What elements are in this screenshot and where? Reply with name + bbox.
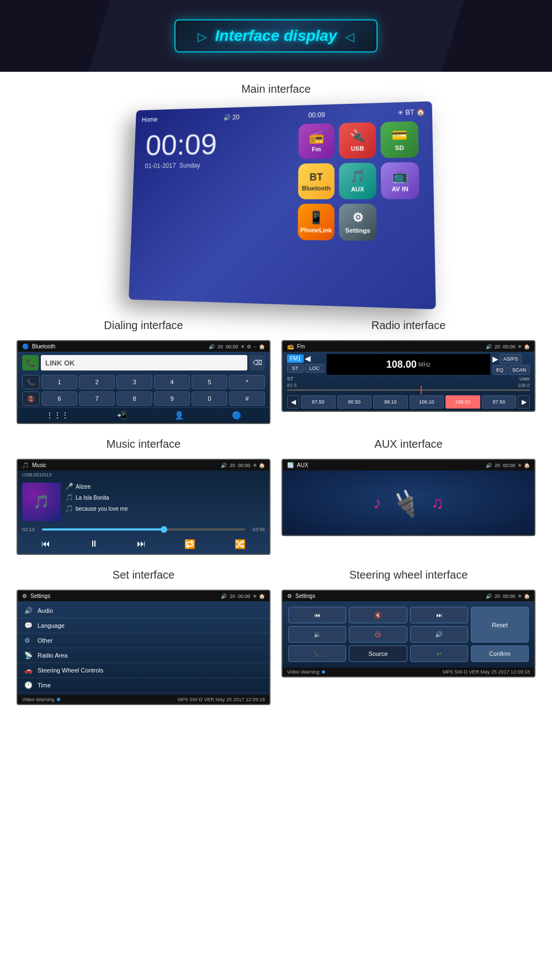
radio-preset-prev[interactable]: ◀ — [287, 395, 299, 409]
app-phonelink[interactable]: 📱 PhoneLink — [298, 204, 335, 240]
settings-other[interactable]: ⚙ Other — [18, 633, 269, 648]
radio-screen: 📻 Fm 🔊20 00:00 ✳ 🏠 FM1 ◀ — [282, 340, 535, 412]
preset-5[interactable]: 87.50 — [482, 395, 517, 409]
main-section-title: Main interface — [17, 83, 535, 96]
language-icon: 💬 — [24, 622, 33, 629]
settings-radio-area[interactable]: 📡 Radio Area — [18, 648, 269, 663]
music-prev[interactable]: ⏮ — [37, 538, 55, 550]
settings-video-warning: Video Warning — [22, 697, 60, 702]
music-play[interactable]: ⏸ — [85, 538, 103, 550]
music-track-info: USB:001/013 — [18, 470, 269, 479]
steer-hook[interactable]: ↩ — [410, 645, 468, 662]
app-sd[interactable]: 💳 SD — [380, 121, 418, 158]
preset-2[interactable]: 98.10 — [373, 395, 408, 409]
steer-power[interactable]: ⏻ — [349, 626, 407, 643]
steering-topbar: ⚙ Settings 🔊20 00:00 ✳ 🏠 — [283, 591, 534, 601]
dial-side-top[interactable]: 📞 — [22, 375, 40, 389]
app-aux[interactable]: 🎵 AUX — [339, 163, 376, 199]
music-screen: 🎵 Music 🔊20 00:00 ✳ 🏠 USB:001/013 🎵 🎤 — [17, 459, 270, 555]
radio-asps-btn[interactable]: AS/PS — [500, 354, 522, 364]
dual-row-2: Music interface 🎵 Music 🔊20 00:00 ✳ 🏠 US… — [17, 438, 535, 555]
radio-freq-row: FM1 ◀ ST LOC 108.00 MHz — [283, 352, 534, 376]
preset-4[interactable]: 108.00 — [445, 395, 480, 409]
steer-mute[interactable]: 🔇 — [349, 607, 407, 623]
dialing-block: Dialing interface 🔵 Bluetooth 🔊20 00:00 … — [17, 319, 270, 424]
settings-steering[interactable]: 🚗 Steering Wheel Controls — [18, 663, 269, 678]
dial-9[interactable]: 9 — [154, 391, 190, 406]
preset-3[interactable]: 106.10 — [410, 395, 444, 409]
dial-4[interactable]: 4 — [154, 375, 190, 389]
settings-language[interactable]: 💬 Language — [18, 618, 269, 633]
radio-preset-next[interactable]: ▶ — [518, 395, 530, 409]
radio-unit: MHz — [418, 361, 431, 368]
dial-hash[interactable]: # — [229, 391, 265, 406]
dial-menu-icon[interactable]: ⋮⋮⋮ — [46, 411, 69, 420]
dual-row-1: Dialing interface 🔵 Bluetooth 🔊20 00:00 … — [17, 319, 535, 424]
radio-prev-btn[interactable]: ◀ — [305, 354, 311, 363]
dial-bottom: ⋮⋮⋮ 📲 👤 🔵 — [18, 407, 269, 423]
radio-next-btn[interactable]: ▶ — [492, 354, 498, 363]
progress-bar[interactable] — [42, 528, 245, 531]
radio-freq-display: 108.00 MHz — [327, 354, 490, 375]
radio-st-btn[interactable]: ST — [287, 364, 304, 373]
dial-2[interactable]: 2 — [79, 375, 115, 389]
settings-audio[interactable]: 🔊 Audio — [18, 603, 269, 618]
radio-loc-btn[interactable]: LOC — [305, 364, 325, 373]
app-avin[interactable]: 📺 AV IN — [381, 162, 420, 199]
app-settings-main[interactable]: ⚙ Settings — [339, 204, 376, 241]
app-fm[interactable]: 📻 Fm — [299, 123, 335, 159]
radio-needle — [421, 386, 422, 394]
time-total: 03:56 — [248, 527, 265, 532]
dial-6[interactable]: 6 — [41, 391, 77, 406]
music-next[interactable]: ⏭ — [132, 538, 150, 550]
app-bt[interactable]: BT Bluetooth — [298, 163, 335, 199]
settings-blue-dot — [57, 698, 60, 701]
dial-star[interactable]: * — [229, 375, 265, 389]
app-usb[interactable]: 🔌 USB — [339, 122, 376, 158]
steer-source[interactable]: Source — [349, 645, 407, 662]
dialing-title: Dialing interface — [104, 319, 183, 332]
steer-next[interactable]: ⏭ — [410, 607, 468, 623]
steer-reset[interactable]: Reset — [471, 607, 529, 643]
steer-confirm[interactable]: Confirm — [471, 645, 529, 662]
music-shuffle[interactable]: 🔀 — [230, 538, 250, 550]
steering-grid: ⏮ 🔇 ⏭ Reset 🔉 ⏻ 🔊 📞 Source ↩ Confir — [283, 601, 534, 668]
dial-8[interactable]: 8 — [116, 391, 152, 406]
steer-vol-down[interactable]: 🔉 — [288, 626, 346, 643]
dial-bt-icon[interactable]: 🔵 — [232, 411, 241, 420]
dial-1[interactable]: 1 — [41, 375, 77, 389]
aux-topbar-label: AUX — [297, 462, 309, 468]
app-row-2: BT Bluetooth 🎵 AUX 📺 AV IN — [298, 162, 425, 199]
settings-time[interactable]: 🕐 Time — [18, 678, 269, 693]
green-phone-btn[interactable]: 📞 — [22, 355, 39, 370]
steering-block: Steering wheel interface ⚙ Settings 🔊20 … — [282, 569, 535, 705]
settings-topbar-label: Settings — [30, 593, 50, 599]
preset-0[interactable]: 87.50 — [301, 395, 336, 409]
page-end — [17, 719, 535, 735]
preset-1[interactable]: 90.50 — [337, 395, 372, 409]
dial-transfer-icon[interactable]: 📲 — [117, 411, 126, 420]
dial-0[interactable]: 0 — [192, 391, 227, 406]
dial-contacts-icon[interactable]: 👤 — [174, 411, 184, 420]
other-icon: ⚙ — [24, 637, 33, 644]
settings-screen: ⚙ Settings 🔊20 00:00 ✳ 🏠 🔊 Audio — [17, 590, 270, 705]
music-topbar-label: Music — [32, 462, 46, 468]
dial-3[interactable]: 3 — [116, 375, 152, 389]
steer-vol-up[interactable]: 🔊 — [410, 626, 468, 643]
track-2: 🎵 La Isla Bonita — [65, 494, 265, 501]
dual-row-3: Set interface ⚙ Settings 🔊20 00:00 ✳ 🏠 — [17, 569, 535, 705]
dial-7[interactable]: 7 — [79, 391, 115, 406]
backspace-btn[interactable]: ⌫ — [250, 355, 265, 370]
radio-eq-btn[interactable]: EQ — [492, 365, 507, 375]
steer-hang[interactable]: 📞 — [288, 645, 346, 662]
steering-status-bar: Video Warning MP5 SW-D VER May 25 2017 1… — [283, 668, 534, 676]
steer-prev[interactable]: ⏮ — [288, 607, 346, 623]
radio-scan-btn[interactable]: SCAN — [508, 365, 530, 375]
music-info-row: 🎵 🎤 Alizee 🎵 La Isla Bonita 🎵 becaus — [18, 479, 269, 525]
radio-labels: ST User — [283, 376, 534, 383]
main-volume: 🔊 20 — [223, 114, 240, 121]
music-repeat[interactable]: 🔁 — [180, 538, 200, 550]
dial-5[interactable]: 5 — [192, 375, 227, 389]
radio-title: Radio interface — [371, 319, 446, 332]
dial-side-mid[interactable]: 📵 — [22, 391, 40, 406]
